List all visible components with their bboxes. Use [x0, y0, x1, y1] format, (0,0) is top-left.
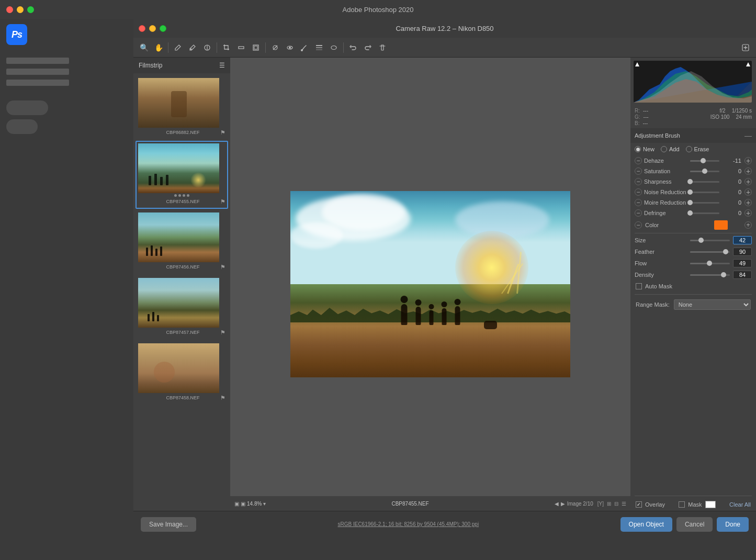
brush-mode-erase[interactable]: Erase: [686, 146, 709, 152]
slider-track-sharpness[interactable]: [690, 181, 719, 183]
targeted-adjustment-btn[interactable]: [201, 41, 213, 54]
flow-thumb[interactable]: [707, 261, 712, 266]
range-mask-select[interactable]: None Luminance Color Depth: [674, 299, 751, 310]
close-button[interactable]: [6, 6, 13, 13]
zoom-dropdown-icon[interactable]: ▾: [263, 501, 266, 507]
noise-thumb[interactable]: [687, 189, 693, 195]
status-icon-menu[interactable]: ☰: [622, 501, 626, 507]
density-input[interactable]: [733, 271, 752, 279]
density-track[interactable]: [690, 274, 730, 276]
transform-tool-btn[interactable]: [250, 41, 262, 54]
dehaze-minus-btn[interactable]: −: [635, 157, 642, 164]
slider-track-density[interactable]: [690, 274, 730, 276]
flow-track[interactable]: [690, 263, 730, 264]
dehaze-plus-btn[interactable]: +: [744, 157, 752, 164]
zoom-value[interactable]: 14.8%: [247, 501, 262, 507]
size-input[interactable]: [733, 236, 752, 244]
radio-erase[interactable]: [686, 146, 692, 152]
moire-track[interactable]: [690, 202, 719, 204]
panel-header-adjustment-brush[interactable]: Adjustment Brush —: [630, 128, 756, 143]
mac-window-controls[interactable]: [6, 6, 34, 13]
brush-mode-add[interactable]: Add: [661, 146, 680, 152]
cr-maximize-button[interactable]: [160, 25, 166, 32]
saturation-thumb[interactable]: [702, 169, 707, 174]
spot-removal-btn[interactable]: [269, 41, 281, 54]
radio-add[interactable]: [661, 146, 667, 152]
sharpness-track[interactable]: [690, 181, 719, 183]
defringe-minus-btn[interactable]: −: [635, 209, 642, 217]
size-track[interactable]: [690, 240, 730, 241]
slider-track-saturation[interactable]: [690, 171, 719, 172]
radial-filter-btn[interactable]: [328, 41, 340, 54]
cancel-button[interactable]: Cancel: [676, 517, 713, 532]
minimize-button[interactable]: [17, 6, 24, 13]
auto-mask-checkbox[interactable]: [636, 283, 642, 289]
slider-track-flow[interactable]: [690, 263, 730, 264]
save-image-button[interactable]: Save Image...: [141, 517, 196, 532]
slider-track-noise[interactable]: [690, 192, 719, 193]
redo-btn[interactable]: [362, 41, 374, 54]
slider-track-feather[interactable]: [690, 251, 730, 253]
eyedropper-tool-btn[interactable]: [172, 41, 184, 54]
feather-input[interactable]: [733, 248, 752, 256]
flow-input[interactable]: [733, 259, 752, 267]
filmstrip-menu-icon[interactable]: ☰: [219, 62, 225, 69]
saturation-plus-btn[interactable]: +: [744, 167, 752, 175]
color-minus-btn[interactable]: −: [635, 221, 642, 229]
noise-track[interactable]: [690, 192, 719, 193]
open-in-ps-btn[interactable]: [739, 41, 752, 54]
delete-btn[interactable]: [376, 41, 389, 54]
filmstrip-item-2[interactable]: CBP87455.NEF ⚑: [136, 141, 228, 209]
crop-tool-btn[interactable]: [220, 41, 233, 54]
slider-track-dehaze[interactable]: [690, 160, 719, 162]
sharpness-thumb[interactable]: [687, 179, 693, 184]
slider-track-moire[interactable]: [690, 202, 719, 204]
defringe-thumb[interactable]: [687, 210, 693, 216]
size-thumb[interactable]: [698, 238, 704, 243]
done-button[interactable]: Done: [717, 517, 749, 532]
status-zoom-controls[interactable]: ▣ ▣ 14.8% ▾: [234, 501, 266, 507]
noise-minus-btn[interactable]: −: [635, 188, 642, 196]
cr-minimize-button[interactable]: [149, 25, 156, 32]
prev-image-btn[interactable]: ◀: [555, 501, 559, 507]
slider-track-defringe[interactable]: [690, 212, 719, 214]
undo-btn[interactable]: [347, 41, 359, 54]
color-swatch[interactable]: [714, 220, 728, 230]
preview-nav[interactable]: ◀ ▶ Image 2/10: [555, 501, 593, 507]
overlay-checkbox[interactable]: [636, 501, 642, 508]
noise-plus-btn[interactable]: +: [744, 188, 752, 196]
filmstrip-item-4[interactable]: CBP87457.NEF ⚑: [136, 275, 228, 340]
moire-minus-btn[interactable]: −: [635, 199, 642, 206]
saturation-track[interactable]: [690, 171, 719, 172]
redeye-btn[interactable]: [284, 41, 296, 54]
density-thumb[interactable]: [721, 272, 726, 277]
dehaze-track[interactable]: [690, 160, 719, 162]
filmstrip-item-3[interactable]: CBP87456.NEF ⚑: [136, 210, 228, 274]
status-icon-fit[interactable]: ⊞: [607, 501, 611, 507]
filmstrip-item-5[interactable]: CBP87458.NEF ⚑: [136, 341, 228, 405]
status-icon-fill[interactable]: ⊟: [614, 501, 618, 507]
cr-window-controls[interactable]: [139, 25, 166, 32]
sharpness-minus-btn[interactable]: −: [635, 178, 642, 185]
dehaze-thumb[interactable]: [701, 158, 706, 163]
zoom-tool-btn[interactable]: 🔍: [138, 41, 150, 54]
slider-track-size[interactable]: [690, 240, 730, 241]
filmstrip-item-1[interactable]: CBP86882.NEF ⚑: [136, 75, 228, 140]
hand-tool-btn[interactable]: ✋: [152, 41, 165, 54]
next-image-btn[interactable]: ▶: [561, 501, 565, 507]
radio-new[interactable]: [635, 146, 641, 152]
color-plus-btn[interactable]: +: [744, 221, 752, 229]
feather-thumb[interactable]: [723, 249, 728, 254]
mask-color-swatch[interactable]: [705, 501, 716, 508]
adjustment-brush-btn[interactable]: [298, 41, 311, 54]
defringe-track[interactable]: [690, 212, 719, 214]
mask-checkbox[interactable]: [679, 501, 685, 508]
clear-all-btn[interactable]: Clear All: [729, 501, 751, 508]
moire-thumb[interactable]: [687, 200, 693, 205]
cr-close-button[interactable]: [139, 25, 145, 32]
saturation-minus-btn[interactable]: −: [635, 167, 642, 175]
sharpness-plus-btn[interactable]: +: [744, 178, 752, 185]
maximize-button[interactable]: [27, 6, 34, 13]
open-object-button[interactable]: Open Object: [620, 517, 672, 532]
straighten-tool-btn[interactable]: [235, 41, 247, 54]
